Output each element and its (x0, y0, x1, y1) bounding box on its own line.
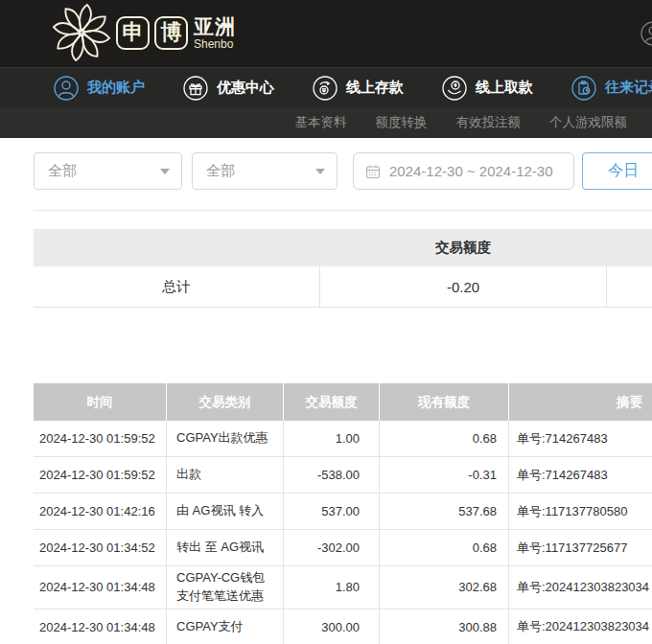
date-range-input[interactable]: 2024-12-30 ~ 2024-12-30 (353, 152, 574, 190)
date-range-value: 2024-12-30 ~ 2024-12-30 (389, 163, 553, 179)
summary-row-label: 总计 (34, 278, 319, 296)
table-cell: 单号:202412303823034 (509, 610, 652, 644)
nav-item-label: 优惠中心 (217, 79, 274, 97)
summary-col-header: 交易额度 (319, 239, 607, 257)
today-button[interactable]: 今日 (582, 152, 652, 190)
table-row: 2024-12-30 01:59:52CGPAY出款优惠1.000.68单号:7… (34, 421, 652, 457)
table-cell: 0.68 (380, 530, 509, 565)
table-cell: 1.00 (284, 421, 380, 456)
brand-logo[interactable]: 申 博 亚洲 Shenbo (52, 3, 236, 62)
table-cell: 2024-12-30 01:34:52 (34, 530, 167, 565)
chevron-down-icon (160, 169, 170, 174)
table-cell: 302.68 (380, 566, 509, 609)
sub-nav: 基本资料 额度转换 有效投注额 个人游戏限额 (0, 107, 652, 138)
table-cell: CGPAY支付 (167, 610, 284, 644)
page: 申 博 亚洲 Shenbo 我的账户 (0, 0, 652, 644)
table-cell: 由 AG视讯 转入 (167, 494, 284, 529)
table-cell: 537.00 (284, 494, 380, 529)
transactions-body: 2024-12-30 01:59:52CGPAY出款优惠1.000.68单号:7… (34, 421, 652, 644)
table-cell: 单号:202412303823034 (509, 566, 652, 609)
col-header-time: 时间 (34, 383, 167, 421)
nav-item-deposit[interactable]: 线上存款 (313, 76, 404, 101)
filter-select-1-value: 全部 (48, 162, 77, 180)
table-cell: 0.68 (380, 421, 509, 456)
gift-icon (183, 76, 208, 101)
nav-item-label: 往来记录 (605, 79, 652, 97)
nav-item-label: 线上存款 (346, 79, 404, 97)
transactions-header-row: 时间 交易类别 交易额度 现有额度 摘要 (34, 383, 652, 421)
nav-item-my-account[interactable]: 我的账户 (54, 76, 145, 101)
table-cell: 2024-12-30 01:42:16 (34, 494, 167, 529)
table-row: 2024-12-30 01:34:48CGPAY支付300.00300.88单号… (34, 610, 652, 644)
table-row: 2024-12-30 01:42:16由 AG视讯 转入537.00537.68… (34, 494, 652, 530)
summary-total-row: 总计 -0.20 (34, 266, 652, 308)
table-row: 2024-12-30 01:34:52转出 至 AG视讯-302.000.68单… (34, 530, 652, 566)
table-cell: 2024-12-30 01:59:52 (34, 457, 167, 493)
chevron-down-icon (315, 169, 325, 174)
filter-bar: 全部 全部 2024-12-30 ~ 2024-12-30 今日 (0, 152, 652, 191)
user-avatar-icon[interactable] (640, 21, 652, 46)
filter-select-1[interactable]: 全部 (34, 152, 182, 190)
table-cell: 单号:117137780580 (509, 494, 652, 529)
summary-total-value: -0.20 (319, 266, 607, 308)
brand-region: 亚洲 (194, 16, 236, 36)
summary-table: 交易额度 总计 -0.20 (34, 229, 652, 308)
table-cell: 单号:714267483 (509, 421, 652, 456)
col-header-balance: 现有额度 (380, 383, 509, 421)
subnav-item-basic-info[interactable]: 基本资料 (295, 114, 347, 131)
nav-item-promotions[interactable]: 优惠中心 (183, 76, 274, 101)
col-header-type: 交易类别 (167, 383, 284, 421)
filter-select-2-value: 全部 (206, 162, 235, 180)
brand-latin: Shenbo (194, 38, 236, 50)
table-cell: 300.88 (380, 610, 509, 644)
table-cell: -538.00 (284, 457, 380, 493)
nav-item-label: 线上取款 (476, 79, 533, 97)
table-cell: 单号:117137725677 (509, 530, 652, 565)
subnav-item-valid-bets[interactable]: 有效投注额 (456, 114, 522, 131)
table-cell: 2024-12-30 01:34:48 (34, 610, 167, 644)
withdrawal-hand-coin-icon (442, 76, 467, 101)
table-row: 2024-12-30 01:34:48CGPAY-CG钱包支付笔笔送优惠1.80… (34, 566, 652, 610)
nav-item-label: 我的账户 (87, 79, 145, 97)
table-cell: -0.31 (380, 457, 509, 493)
table-cell: CGPAY-CG钱包支付笔笔送优惠 (167, 566, 284, 609)
col-header-amount: 交易额度 (284, 383, 380, 421)
records-clipboard-icon (571, 76, 596, 101)
table-cell: 2024-12-30 01:59:52 (34, 421, 167, 456)
person-icon (54, 76, 79, 101)
table-cell: -302.00 (284, 530, 380, 565)
nav-item-withdrawal[interactable]: 线上取款 (442, 76, 533, 101)
table-cell: 转出 至 AG视讯 (167, 530, 284, 565)
flower-logo-icon (52, 3, 111, 62)
nav-item-transaction-records[interactable]: 往来记录 (571, 76, 652, 101)
deposit-hand-coin-icon (313, 76, 338, 101)
summary-header-row: 交易额度 (34, 229, 652, 266)
table-cell: 出款 (167, 457, 284, 493)
transactions-table: 时间 交易类别 交易额度 现有额度 摘要 2024-12-30 01:59:52… (34, 383, 652, 644)
table-row: 2024-12-30 01:59:52出款-538.00-0.31单号:7142… (34, 457, 652, 494)
brand-header: 申 博 亚洲 Shenbo (0, 0, 652, 67)
table-cell: 300.00 (284, 610, 380, 644)
calendar-icon (365, 164, 381, 179)
table-cell: 单号:714267483 (509, 457, 652, 493)
subnav-item-credit-transfer[interactable]: 额度转换 (376, 114, 428, 131)
table-cell: CGPAY出款优惠 (167, 421, 284, 456)
col-header-summary: 摘要 (509, 383, 652, 421)
table-cell: 2024-12-30 01:34:48 (34, 566, 167, 609)
table-cell: 537.68 (380, 494, 509, 529)
subnav-item-personal-game-limit[interactable]: 个人游戏限额 (549, 114, 627, 131)
section-divider (34, 210, 652, 211)
main-nav: 我的账户 优惠中心 线上存款 (0, 67, 652, 107)
brand-char-1: 申 (116, 16, 150, 50)
table-cell: 1.80 (284, 566, 380, 609)
filter-select-2[interactable]: 全部 (192, 152, 338, 190)
brand-char-2: 博 (154, 16, 188, 50)
